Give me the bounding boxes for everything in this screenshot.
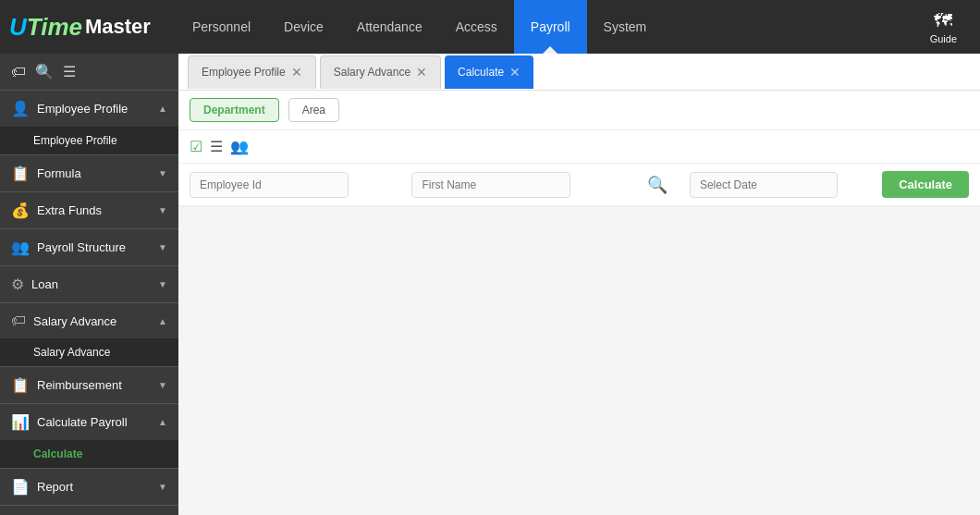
col-employee-id <box>190 172 402 198</box>
sidebar-header-formula[interactable]: 📋 Formula ▼ <box>0 155 178 191</box>
logo-time: Time <box>27 13 82 42</box>
nav-items: Personnel Device Attendance Access Payro… <box>176 0 916 54</box>
filter-bar: Department Area <box>178 91 980 130</box>
sidebar-top-bar: 🏷 🔍 ☰ <box>0 54 178 91</box>
sidebar-header-extra-funds[interactable]: 💰 Extra Funds ▼ <box>0 192 178 228</box>
nav-payroll[interactable]: Payroll <box>514 0 587 54</box>
nav-system[interactable]: System <box>587 0 664 54</box>
nav-personnel[interactable]: Personnel <box>176 0 267 54</box>
sidebar-header-loan[interactable]: ⚙ Loan ▼ <box>0 266 178 302</box>
logo: U Time Master <box>9 13 157 42</box>
arrow-formula: ▼ <box>158 168 167 178</box>
logo-master: Master <box>85 15 151 39</box>
sidebar-subitem-calculate[interactable]: Calculate <box>0 440 178 468</box>
nav-attendance[interactable]: Attendance <box>340 0 439 54</box>
sidebar-header-payroll-structure[interactable]: 👥 Payroll Structure ▼ <box>0 229 178 265</box>
top-nav: U Time Master Personnel Device Attendanc… <box>0 0 980 54</box>
tabs-bar: Employee Profile ✕ Salary Advance ✕ Calc… <box>178 54 980 91</box>
sidebar-header-configurations[interactable]: ⚙ Configurations ▼ <box>0 506 178 515</box>
reimbursement-icon: 📋 <box>11 376 30 394</box>
sidebar-header-salary-advance[interactable]: 🏷 Salary Advance ▲ <box>0 303 178 338</box>
sidebar-section-loan: ⚙ Loan ▼ <box>0 266 178 303</box>
empty-table-area <box>178 207 980 515</box>
tab-close-calculate[interactable]: ✕ <box>509 65 521 80</box>
col-date <box>690 172 867 198</box>
tab-close-employee-profile[interactable]: ✕ <box>291 65 302 80</box>
arrow-reimbursement: ▼ <box>158 380 167 390</box>
main-layout: 🏷 🔍 ☰ 👤 Employee Profile ▲ Employee Prof… <box>0 54 980 515</box>
loan-icon: ⚙ <box>11 276 24 293</box>
tab-salary-advance[interactable]: Salary Advance ✕ <box>320 55 441 89</box>
hierarchy-icon[interactable]: 👥 <box>230 138 249 155</box>
logo-u: U <box>9 13 27 42</box>
guide-button[interactable]: 🗺 Guide <box>916 10 971 44</box>
first-name-input[interactable] <box>411 172 570 198</box>
salary-advance-icon: 🏷 <box>11 313 26 329</box>
sidebar-header-employee-profile[interactable]: 👤 Employee Profile ▲ <box>0 91 178 127</box>
report-icon: 📄 <box>11 478 30 496</box>
col-search: 🔍 <box>634 175 680 195</box>
sidebar-header-report[interactable]: 📄 Report ▼ <box>0 469 178 505</box>
sidebar-section-reimbursement: 📋 Reimbursement ▼ <box>0 367 178 404</box>
menu-icon[interactable]: ☰ <box>63 63 76 80</box>
arrow-extra-funds: ▼ <box>158 205 167 215</box>
payroll-structure-icon: 👥 <box>11 239 30 256</box>
sidebar-section-configurations: ⚙ Configurations ▼ <box>0 506 178 515</box>
sidebar-subitem-employee-profile[interactable]: Employee Profile <box>0 127 178 154</box>
arrow-payroll-structure: ▼ <box>158 242 167 252</box>
sidebar-section-payroll-structure: 👥 Payroll Structure ▼ <box>0 229 178 266</box>
guide-icon: 🗺 <box>934 10 952 31</box>
calculate-payroll-icon: 📊 <box>11 413 30 431</box>
nav-access[interactable]: Access <box>439 0 514 54</box>
sidebar-section-salary-advance: 🏷 Salary Advance ▲ Salary Advance <box>0 303 178 367</box>
checkbox-icon[interactable]: ☑ <box>190 138 202 155</box>
arrow-loan: ▼ <box>158 279 167 289</box>
content-area: Employee Profile ✕ Salary Advance ✕ Calc… <box>178 54 980 515</box>
filter-area-btn[interactable]: Area <box>288 98 339 122</box>
sidebar-section-calculate-payroll: 📊 Calculate Payroll ▲ Calculate <box>0 404 178 469</box>
extra-funds-icon: 💰 <box>11 202 30 219</box>
employee-id-input[interactable] <box>190 172 349 198</box>
table-icons-row: ☑ ☰ 👥 <box>178 130 980 164</box>
arrow-calculate-payroll: ▲ <box>158 417 167 427</box>
list-icon[interactable]: ☰ <box>210 138 223 155</box>
tab-calculate[interactable]: Calculate ✕ <box>445 55 533 89</box>
col-first-name <box>411 172 624 198</box>
sidebar-header-reimbursement[interactable]: 📋 Reimbursement ▼ <box>0 367 178 403</box>
calculate-button[interactable]: Calculate <box>882 171 969 198</box>
tab-close-salary-advance[interactable]: ✕ <box>416 65 427 80</box>
sidebar-section-formula: 📋 Formula ▼ <box>0 155 178 192</box>
tag-icon[interactable]: 🏷 <box>11 64 26 80</box>
search-button[interactable]: 🔍 <box>647 175 668 195</box>
formula-icon: 📋 <box>11 165 30 182</box>
col-calculate: Calculate <box>876 171 969 198</box>
sidebar: 🏷 🔍 ☰ 👤 Employee Profile ▲ Employee Prof… <box>0 54 178 515</box>
table-header-search-row: 🔍 Calculate <box>178 164 980 207</box>
tab-employee-profile[interactable]: Employee Profile ✕ <box>188 55 316 89</box>
date-input[interactable] <box>690 172 838 198</box>
arrow-report: ▼ <box>158 482 167 492</box>
arrow-employee-profile: ▲ <box>158 104 167 114</box>
filter-department-btn[interactable]: Department <box>190 98 279 122</box>
sidebar-section-employee-profile: 👤 Employee Profile ▲ Employee Profile <box>0 91 178 155</box>
sidebar-subitem-salary-advance[interactable]: Salary Advance <box>0 338 178 366</box>
search-icon[interactable]: 🔍 <box>35 63 54 80</box>
sidebar-section-report: 📄 Report ▼ <box>0 469 178 506</box>
sidebar-header-calculate-payroll[interactable]: 📊 Calculate Payroll ▲ <box>0 404 178 440</box>
sidebar-section-extra-funds: 💰 Extra Funds ▼ <box>0 192 178 229</box>
person-icon: 👤 <box>11 100 30 117</box>
arrow-salary-advance: ▲ <box>158 316 167 326</box>
nav-device[interactable]: Device <box>267 0 340 54</box>
